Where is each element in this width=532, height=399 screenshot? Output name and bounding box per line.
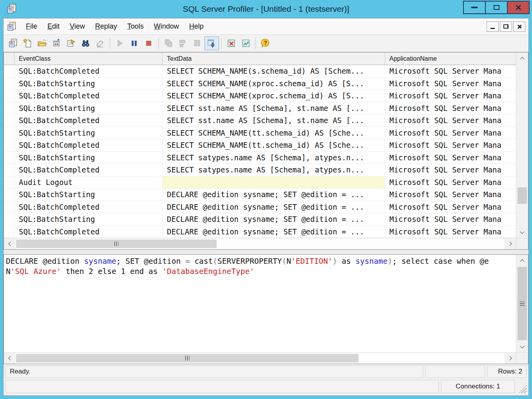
chevron-right-icon — [507, 241, 512, 246]
menu-window[interactable]: Window — [149, 20, 184, 33]
menu-file[interactable]: File — [21, 20, 42, 33]
close-button[interactable] — [507, 1, 530, 14]
column-header-applicationname[interactable]: ApplicationName — [385, 53, 516, 65]
sql-line: N'SQL Azure' then 2 else 1 end as 'Datab… — [6, 267, 514, 277]
scroll-up-button[interactable] — [516, 53, 528, 64]
pause-trace-button[interactable] — [127, 36, 141, 50]
pause-trace-icon — [129, 38, 139, 48]
trace-row[interactable]: SQL:BatchCompletedDECLARE @edition sysna… — [4, 226, 516, 238]
chevron-up-icon — [520, 259, 524, 263]
open-trace-table-button[interactable] — [49, 36, 64, 50]
new-trace-icon — [23, 38, 33, 48]
stop-trace-button[interactable] — [141, 36, 156, 50]
toolbar-separator — [255, 38, 256, 49]
resize-grip[interactable] — [517, 380, 527, 393]
trace-row[interactable]: SQL:BatchStartingSELECT SCHEMA_NAME(xpro… — [4, 78, 516, 90]
minimize-button[interactable] — [463, 1, 486, 14]
help-button[interactable]: ? — [258, 36, 273, 50]
trace-row[interactable]: SQL:BatchStartingSELECT sst.name AS [Sch… — [4, 102, 516, 115]
trace-file-button[interactable] — [6, 36, 20, 50]
scroll-track[interactable] — [516, 266, 528, 341]
view-chart-button[interactable] — [239, 36, 253, 50]
start-trace-button — [112, 36, 127, 50]
row-selector-cell — [4, 213, 14, 225]
menu-view[interactable]: View — [65, 20, 90, 33]
trace-row[interactable]: SQL:BatchCompletedSELECT satypes.name AS… — [4, 164, 516, 176]
trace-row[interactable]: SQL:BatchCompletedSELECT SCHEMA_NAME(xpr… — [4, 90, 516, 102]
column-header-textdata[interactable]: TextData — [163, 53, 385, 65]
scroll-up-button[interactable] — [516, 255, 528, 266]
menu-help[interactable]: Help — [184, 20, 209, 33]
auto-scroll-button[interactable] — [204, 36, 219, 50]
mdi-restore-button[interactable] — [500, 22, 512, 32]
sql-text[interactable]: DECLARE @edition sysname; SET @edition =… — [4, 255, 516, 352]
properties-button[interactable] — [64, 36, 78, 50]
trace-row[interactable]: SQL:BatchCompletedSELECT SCHEMA_NAME(s.s… — [4, 65, 516, 78]
menu-replay[interactable]: Replay — [90, 20, 122, 33]
trace-row[interactable]: SQL:BatchStartingSELECT satypes.name AS … — [4, 152, 516, 164]
status-empty-panel — [425, 365, 485, 378]
eventclass-cell: SQL:BatchStarting — [14, 102, 163, 114]
menu-bar: FileEditViewReplayToolsWindowHelp — [4, 18, 528, 35]
app-window: SQL Server Profiler - [Untitled - 1 (tes… — [0, 0, 532, 399]
maximize-button[interactable] — [485, 1, 508, 14]
close-icon — [515, 4, 521, 11]
scroll-down-button[interactable] — [516, 341, 528, 352]
textdata-cell: SELECT SCHEMA_NAME(xproc.schema_id) AS [… — [163, 90, 385, 102]
detail-horizontal-scrollbar[interactable] — [4, 353, 516, 364]
grid-horizontal-scrollbar[interactable] — [4, 238, 516, 249]
find-button[interactable] — [78, 36, 93, 50]
trace-row[interactable]: SQL:BatchStartingDECLARE @edition sysnam… — [4, 213, 516, 226]
column-header-eventclass[interactable]: EventClass — [14, 53, 163, 65]
scroll-left-button[interactable] — [4, 353, 15, 364]
eventclass-cell: SQL:BatchCompleted — [14, 139, 163, 151]
trace-row[interactable]: SQL:BatchCompletedSELECT sst.name AS [Sc… — [4, 114, 516, 127]
pane-splitter[interactable] — [4, 250, 528, 254]
eventclass-cell: SQL:BatchStarting — [14, 189, 163, 201]
textdata-cell: SELECT satypes.name AS [Schema], atypes.… — [163, 152, 385, 164]
applicationname-cell: Microsoft SQL Server Mana — [385, 176, 516, 189]
clear-trace-button[interactable] — [93, 36, 107, 50]
trace-row[interactable]: SQL:BatchStartingSELECT SCHEMA_NAME(tt.s… — [4, 127, 516, 140]
applicationname-cell: Microsoft SQL Server Mana — [385, 189, 516, 201]
scroll-thumb[interactable] — [518, 267, 527, 340]
scroll-track[interactable] — [15, 353, 505, 364]
status-connections: Connections: 1 — [441, 380, 515, 393]
scroll-thumb[interactable] — [16, 239, 217, 248]
applicationname-cell: Microsoft SQL Server Mana — [385, 65, 516, 77]
textdata-cell: SELECT SCHEMA_NAME(s.schema_id) AS [Sche… — [163, 65, 385, 77]
mdi-minimize-button[interactable] — [487, 22, 499, 32]
textdata-cell: DECLARE @edition sysname; SET @edition =… — [163, 201, 385, 213]
toggle-breakpoint-button — [190, 36, 204, 50]
detail-vertical-scrollbar[interactable] — [516, 255, 528, 352]
scroll-thumb[interactable] — [518, 187, 527, 204]
trace-row[interactable]: SQL:BatchStartingDECLARE @edition sysnam… — [4, 189, 516, 201]
open-trace-button[interactable] — [35, 36, 49, 50]
scroll-right-button[interactable] — [505, 353, 516, 364]
scroll-track[interactable] — [516, 64, 528, 227]
minimize-icon — [490, 28, 495, 29]
grip-icon — [185, 356, 190, 361]
menu-tools[interactable]: Tools — [122, 20, 149, 33]
export-grid-button[interactable] — [224, 36, 239, 50]
trace-file-icon — [8, 38, 18, 48]
new-trace-button[interactable] — [20, 36, 35, 50]
maximize-icon — [494, 5, 499, 10]
trace-row[interactable]: Audit LogoutMicrosoft SQL Server Mana — [4, 176, 516, 189]
grip-icon — [114, 241, 119, 246]
applicationname-cell: Microsoft SQL Server Mana — [385, 102, 516, 114]
scroll-track[interactable] — [15, 238, 505, 249]
scroll-thumb[interactable] — [16, 354, 358, 363]
trace-row[interactable]: SQL:BatchCompletedDECLARE @edition sysna… — [4, 201, 516, 214]
mdi-close-button[interactable] — [513, 22, 525, 32]
eventclass-cell: SQL:BatchCompleted — [14, 65, 163, 77]
clear-trace-icon — [95, 38, 105, 48]
trace-row[interactable]: SQL:BatchCompletedSELECT SCHEMA_NAME(tt.… — [4, 139, 516, 152]
scroll-down-button[interactable] — [516, 227, 528, 238]
textdata-cell: DECLARE @edition sysname; SET @edition =… — [163, 226, 385, 238]
scroll-left-button[interactable] — [4, 238, 15, 249]
textdata-cell: DECLARE @edition sysname; SET @edition =… — [163, 189, 385, 201]
scroll-right-button[interactable] — [505, 238, 516, 249]
menu-edit[interactable]: Edit — [42, 20, 65, 33]
grid-vertical-scrollbar[interactable] — [516, 53, 528, 238]
